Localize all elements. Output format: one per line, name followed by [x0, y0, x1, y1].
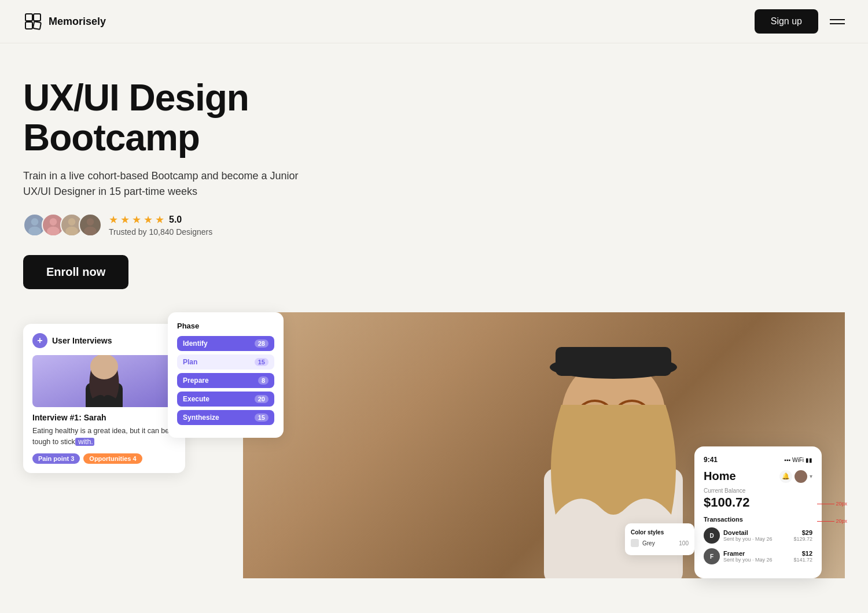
phase-card: Phase Identify 28 Plan 15 Prepare 8 Exec…	[168, 312, 284, 438]
color-styles-panel: Color styles Grey 100	[625, 523, 694, 555]
anno-dash	[817, 504, 834, 504]
phase-plan-badge: 15	[255, 358, 269, 366]
phase-synthesize-label: Synthesize	[183, 413, 219, 422]
phase-execute: Execute 20	[177, 392, 274, 407]
rating-value: 5.0	[169, 215, 182, 225]
menu-icon[interactable]	[830, 19, 845, 24]
trusted-text: Trusted by 10,840 Designers	[109, 227, 212, 237]
phase-prepare-badge: 8	[258, 376, 269, 385]
phase-prepare-label: Prepare	[183, 376, 209, 385]
tx-sub: Sent by you · May 26	[723, 536, 773, 542]
balance-label: Current Balance	[704, 488, 812, 494]
svg-point-4	[31, 219, 39, 226]
phase-synthesize: Synthesize 15	[177, 410, 274, 425]
battery-icon: ▮▮	[806, 457, 812, 463]
color-style-row: Grey 100	[631, 539, 689, 547]
nav-right: Sign up	[755, 9, 845, 34]
interview-photo	[32, 355, 176, 407]
tx-balance: $141.72	[793, 557, 812, 563]
star-icon: ★	[132, 213, 141, 226]
phase-plan: Plan 15	[177, 354, 274, 370]
svg-point-7	[47, 227, 60, 235]
mobile-status-icons: ▪▪▪ WiFi ▮▮	[784, 457, 812, 463]
tx-amount: $29	[793, 529, 812, 536]
phase-identify-badge: 28	[255, 339, 269, 348]
tags-row: Pain point 3 Opportunities 4	[32, 453, 176, 464]
anno-line-2: 20px	[817, 518, 847, 524]
tx-left: D Dovetail Sent by you · May 26	[704, 527, 773, 544]
interviews-card-title: User Interviews	[52, 336, 112, 345]
anno-label-1: 20px	[836, 501, 847, 507]
tx-name: Dovetail	[723, 529, 773, 536]
tx-info: Framer Sent by you · May 26	[723, 550, 773, 563]
tx-amounts: $12 $141.72	[793, 550, 812, 563]
quote-highlight: with.	[75, 438, 94, 446]
tx-name: Framer	[723, 550, 773, 557]
hero-section: UX/UI Design Bootcamp Train in a live co…	[0, 43, 868, 578]
enroll-button[interactable]: Enroll now	[23, 255, 128, 289]
tx-left: F Framer Sent by you · May 26	[704, 548, 773, 564]
phase-prepare: Prepare 8	[177, 373, 274, 388]
woman-silhouette-icon	[69, 355, 139, 407]
navbar: Memorisely Sign up	[0, 0, 868, 43]
interviews-card-header: + User Interviews	[32, 333, 176, 348]
hero-title: UX/UI Design Bootcamp	[23, 78, 428, 158]
mobile-avatar	[795, 470, 807, 483]
tx-sub: Sent by you · May 26	[723, 557, 773, 563]
svg-rect-1	[34, 14, 41, 21]
dropdown-icon: ▾	[810, 473, 812, 479]
hero-subtitle: Train in a live cohort-based Bootcamp an…	[23, 168, 324, 200]
mobile-card: 9:41 ▪▪▪ WiFi ▮▮ Home 🔔 ▾ Current Balanc…	[694, 446, 822, 578]
svg-rect-2	[25, 22, 32, 29]
annotation-lines: 20px 20px	[817, 501, 847, 524]
phase-card-title: Phase	[177, 322, 274, 330]
stars: ★ ★ ★ ★ ★ 5.0	[109, 213, 212, 226]
phase-identify: Identify 28	[177, 336, 274, 351]
brand-name: Memorisely	[49, 16, 106, 28]
interview-quote: Eating healthy is a great idea, but it c…	[32, 426, 176, 448]
svg-point-10	[87, 219, 94, 226]
star-icon: ★	[109, 213, 118, 226]
logo-icon	[23, 12, 43, 31]
transactions-label: Transactions	[704, 516, 812, 523]
interview-name: Interview #1: Sarah	[32, 413, 176, 422]
mobile-time: 9:41	[704, 456, 718, 464]
pain-point-tag: Pain point 3	[32, 453, 80, 464]
interviews-card: + User Interviews Interview #1: Sarah Ea…	[23, 324, 185, 473]
ui-cards-area: + User Interviews Interview #1: Sarah Ea…	[23, 312, 845, 578]
svg-point-11	[84, 227, 97, 235]
tx-row-framer: F Framer Sent by you · May 26 $12 $141.7…	[704, 548, 812, 564]
color-swatch	[631, 539, 639, 547]
svg-point-5	[28, 227, 41, 235]
mobile-header-row: Home 🔔 ▾	[704, 470, 812, 483]
svg-rect-15	[556, 347, 671, 376]
logo[interactable]: Memorisely	[23, 12, 106, 31]
tx-avatar: D	[704, 527, 720, 544]
mobile-home-label: Home	[704, 470, 736, 483]
svg-point-6	[50, 219, 57, 226]
avatar	[79, 213, 102, 237]
anno-line-1: 20px	[817, 501, 847, 507]
tx-avatar: F	[704, 548, 720, 564]
opportunities-tag: Opportunities 4	[83, 453, 142, 464]
mobile-header-actions: 🔔 ▾	[779, 470, 812, 483]
phase-synthesize-badge: 15	[255, 413, 269, 422]
avatar-group	[23, 213, 102, 237]
tx-info: Dovetail Sent by you · May 26	[723, 529, 773, 542]
tx-amount: $12	[793, 550, 812, 557]
social-proof: ★ ★ ★ ★ ★ 5.0 Trusted by 10,840 Designer…	[23, 213, 845, 237]
signal-icon: ▪▪▪	[784, 457, 790, 463]
color-style-name: Grey	[642, 540, 655, 546]
phase-execute-badge: 20	[255, 395, 269, 403]
svg-rect-0	[25, 14, 32, 21]
color-styles-title: Color styles	[631, 529, 689, 536]
tx-balance: $129.72	[793, 536, 812, 542]
svg-point-22	[90, 355, 118, 379]
anno-dash	[817, 521, 834, 522]
color-style-value: 100	[679, 540, 689, 546]
notification-icon: 🔔	[779, 470, 792, 483]
star-icon: ★	[120, 213, 130, 226]
svg-rect-3	[33, 21, 41, 29]
anno-label-2: 20px	[836, 518, 847, 524]
signup-button[interactable]: Sign up	[755, 9, 818, 34]
